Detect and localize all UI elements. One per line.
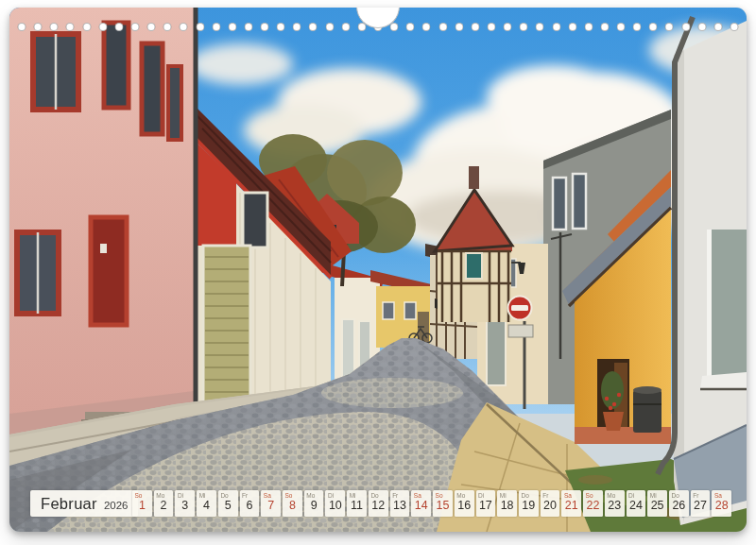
pink-house xyxy=(9,8,196,450)
calendar-day-cell: Mi4 xyxy=(197,490,216,517)
weekday-abbr: Sa xyxy=(714,492,731,499)
day-number: 13 xyxy=(390,500,410,512)
month-name: Februar xyxy=(41,495,97,513)
binding-hole xyxy=(665,23,674,31)
calendar-day-cell: Do26 xyxy=(669,490,689,517)
date-strip: So1Mo2Di3Mi4Do5Fr6Sa7So8Mo9Di10Mi11Do12F… xyxy=(132,490,731,517)
calendar-day-cell: So22 xyxy=(583,490,603,517)
calendar-day-cell: Sa14 xyxy=(411,490,431,517)
day-number: 26 xyxy=(669,500,689,512)
weekday-abbr: Mo xyxy=(306,492,323,499)
binding-hole xyxy=(163,23,172,31)
binding-hole xyxy=(504,23,512,31)
day-number: 28 xyxy=(712,500,731,512)
big-window xyxy=(711,230,747,376)
calendar-day-cell: Di24 xyxy=(627,490,646,517)
binding-hole xyxy=(568,23,576,31)
binding-hole xyxy=(180,23,188,31)
calendar-day-cell: So15 xyxy=(433,490,453,517)
calendar-day-cell: Fr27 xyxy=(691,490,711,517)
day-number: 25 xyxy=(647,500,667,512)
day-number: 16 xyxy=(455,500,474,512)
day-number: 20 xyxy=(541,500,560,512)
binding-hole xyxy=(455,23,463,31)
binding-hole xyxy=(520,23,528,31)
calendar-day-cell: So1 xyxy=(132,490,152,517)
weekday-abbr: Sa xyxy=(264,492,281,499)
binding-hole xyxy=(261,23,269,31)
calendar-day-cell: Di10 xyxy=(325,490,345,517)
calendar-day-cell: Do12 xyxy=(369,490,388,517)
binding-hole xyxy=(681,23,690,31)
weekday-abbr: So xyxy=(135,492,152,499)
weekday-abbr: Fr xyxy=(242,492,259,499)
binding-hole xyxy=(98,23,107,31)
binding-hole xyxy=(487,23,495,31)
binding-hole xyxy=(730,23,739,31)
binding-hole xyxy=(50,23,59,31)
day-number: 11 xyxy=(347,500,367,512)
calendar-day-cell: So8 xyxy=(283,490,302,517)
day-number: 4 xyxy=(197,500,216,512)
weekday-abbr: So xyxy=(285,492,302,499)
calendar-product-shot: Februar 2026 So1Mo2Di3Mi4Do5Fr6Sa7So8Mo9… xyxy=(0,0,756,545)
day-number: 14 xyxy=(411,500,431,512)
day-number: 2 xyxy=(154,500,174,512)
red-door xyxy=(91,217,127,325)
binding-hole xyxy=(617,23,626,31)
day-number: 22 xyxy=(583,500,603,512)
binding-hole xyxy=(471,23,479,31)
binding-hole xyxy=(196,23,204,31)
year: 2026 xyxy=(104,500,129,511)
calendar-day-cell: Mo2 xyxy=(154,490,174,517)
calendar-day-cell: Mo9 xyxy=(304,490,324,517)
binding-hole xyxy=(341,23,350,31)
chimney xyxy=(469,166,479,189)
weekday-abbr: Do xyxy=(220,492,237,499)
calendar-page: Februar 2026 So1Mo2Di3Mi4Do5Fr6Sa7So8Mo9… xyxy=(9,8,747,532)
calendar-day-cell: Mi11 xyxy=(347,490,367,517)
weekday-abbr: Di xyxy=(178,492,195,499)
day-number: 17 xyxy=(476,500,496,512)
binding-hole xyxy=(277,23,285,31)
binding-hole xyxy=(325,23,334,31)
binding-hole xyxy=(147,23,156,31)
binding-hole xyxy=(18,23,26,31)
weekday-abbr: Di xyxy=(628,492,645,499)
binding-hole xyxy=(584,23,593,31)
binding-hole xyxy=(390,23,399,31)
binding-hole xyxy=(309,23,318,31)
weekday-abbr: Fr xyxy=(392,492,409,499)
weekday-abbr: So xyxy=(586,492,603,499)
day-number: 21 xyxy=(561,500,581,512)
weekday-abbr: Fr xyxy=(542,492,559,499)
day-number: 24 xyxy=(627,500,646,512)
day-number: 3 xyxy=(175,500,195,512)
calendar-day-cell: Fr20 xyxy=(541,490,560,517)
calendar-day-cell: Mo16 xyxy=(455,490,474,517)
binding-hole xyxy=(293,23,301,31)
calendar-day-cell: Mi25 xyxy=(647,490,667,517)
calendar-day-cell: Di17 xyxy=(476,490,496,517)
weekday-abbr: Do xyxy=(671,492,688,499)
day-number: 5 xyxy=(218,500,238,512)
binding-hole xyxy=(552,23,560,31)
binding-hole xyxy=(114,23,123,31)
binding-hole xyxy=(66,23,75,31)
day-number: 1 xyxy=(132,500,152,512)
binding-hole xyxy=(82,23,91,31)
day-number: 8 xyxy=(283,500,302,512)
weekday-abbr: Do xyxy=(521,492,538,499)
day-number: 19 xyxy=(519,500,539,512)
binding-hole xyxy=(536,23,544,31)
month-label: Februar 2026 xyxy=(30,490,138,517)
binding-hole xyxy=(633,23,642,31)
street-photo xyxy=(9,8,747,532)
day-number: 27 xyxy=(691,500,711,512)
binding-hole xyxy=(600,23,609,31)
day-number: 9 xyxy=(304,500,324,512)
binding-hole xyxy=(34,23,43,31)
weekday-abbr: Mo xyxy=(456,492,473,499)
calendar-day-cell: Mi18 xyxy=(497,490,517,517)
garage-door xyxy=(203,246,250,414)
